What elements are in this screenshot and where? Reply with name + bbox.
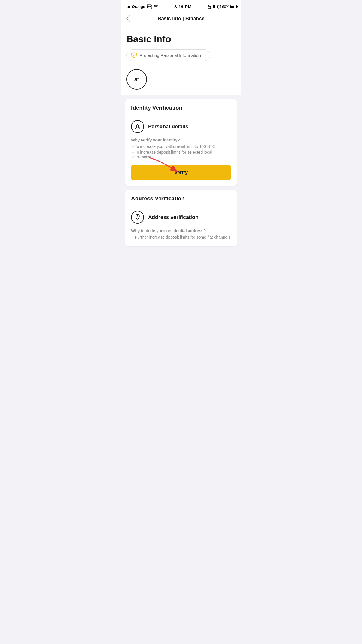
shield-check-icon	[131, 52, 137, 58]
divider	[125, 115, 237, 116]
header-section: Basic Info Protecting Personal Informati…	[121, 27, 241, 67]
address-section-title: Address Verification	[131, 195, 231, 202]
address-row-title: Address verification	[148, 214, 198, 220]
avatar-section: at	[121, 67, 241, 95]
svg-rect-0	[208, 6, 211, 9]
identity-bullet-1: • To increase your withdrawal limit to 1…	[131, 144, 231, 149]
identity-card: Identity Verification Personal details W…	[125, 99, 237, 186]
address-card: Address Verification Address verificatio…	[125, 190, 237, 246]
personal-details-row: Personal details	[131, 120, 231, 133]
nav-bar: Basic Info | Binance	[121, 11, 241, 27]
privacy-badge-arrow: ›	[204, 53, 206, 57]
lock-icon	[208, 5, 211, 9]
identity-bullet-2: • To increase deposit limits for selecte…	[131, 150, 231, 159]
status-bar: Orange ) 3:19 PM 60%	[121, 0, 241, 11]
privacy-badge-text: Protecting Personal Information	[140, 53, 201, 58]
back-button[interactable]	[125, 14, 131, 23]
page-title: Basic Info	[126, 34, 236, 45]
identity-section-title: Identity Verification	[131, 105, 231, 111]
address-bullet-1: • Further increase deposit limits for so…	[131, 235, 231, 239]
status-time: 3:19 PM	[174, 4, 191, 9]
address-divider	[125, 206, 237, 206]
location-icon	[212, 5, 216, 9]
address-row: Address verification	[131, 211, 231, 224]
privacy-badge-button[interactable]: Protecting Personal Information ›	[126, 49, 210, 61]
status-right: 60%	[208, 5, 237, 9]
avatar[interactable]: at	[126, 69, 147, 90]
map-pin-icon	[134, 214, 141, 221]
svg-point-4	[137, 216, 138, 217]
nav-title: Basic Info | Binance	[157, 16, 205, 22]
status-left: Orange )	[125, 4, 158, 9]
svg-point-2	[136, 125, 139, 127]
location-icon-circle	[131, 211, 144, 224]
person-icon	[134, 123, 141, 130]
person-icon-circle	[131, 120, 144, 133]
battery-icon	[230, 5, 237, 8]
why-address-title: Why include your residential address?	[131, 228, 231, 233]
battery-percent: 60%	[222, 5, 229, 9]
carrier-name: Orange	[132, 4, 145, 9]
alarm-icon	[217, 5, 221, 9]
page-content: Basic Info Protecting Personal Informati…	[121, 27, 241, 246]
signal-icon	[125, 5, 130, 8]
wifi-icon: )	[147, 4, 152, 9]
wifi-icon-svg	[154, 5, 158, 8]
verify-button[interactable]: Verify	[131, 165, 231, 180]
personal-details-title: Personal details	[148, 124, 188, 130]
why-identity-title: Why verify your identity?	[131, 138, 231, 142]
